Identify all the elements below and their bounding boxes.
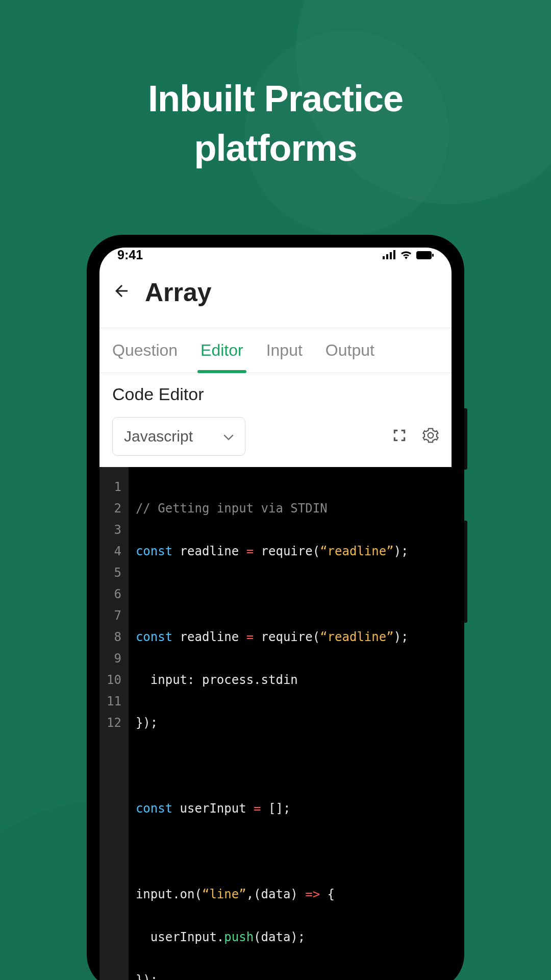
svg-rect-3 [393,250,395,259]
status-bar: 9:41 [99,248,452,262]
code-token: ); [394,630,409,644]
tab-question[interactable]: Question [112,328,178,373]
cellular-icon [383,248,396,262]
phone-frame: 9:41 Array Question Editor Inp [87,235,464,980]
page-title: Array [145,278,212,307]
wifi-icon [400,248,412,262]
code-token: require( [254,630,320,644]
app-header: Array [99,262,452,328]
language-label: Javascript [124,428,193,445]
line-number: 12 [105,712,123,733]
headline-line-1: Inbuilt Practice [148,78,403,119]
line-gutter: 1 2 3 4 5 6 7 8 9 10 11 12 [99,467,129,980]
code-token: const [136,630,172,644]
language-select[interactable]: Javascript [112,417,245,456]
code-token: => [305,887,320,901]
code-token: const [136,801,172,816]
editor-header: Code Editor Javascript [99,373,452,467]
code-token: = [254,801,261,816]
line-number: 8 [105,626,123,648]
code-token: (data); [254,930,305,944]
code-editor[interactable]: 1 2 3 4 5 6 7 8 9 10 11 12 // Getting in… [99,467,452,980]
code-token: []; [261,801,291,816]
battery-icon [416,248,434,262]
svg-rect-1 [386,254,388,259]
status-icons [383,248,434,262]
line-number: 4 [105,541,123,562]
code-token: userInput. [136,930,224,944]
code-token: readline [172,630,246,644]
line-number: 9 [105,648,123,669]
gear-icon[interactable] [422,427,439,446]
line-number: 3 [105,519,123,541]
tab-editor[interactable]: Editor [201,328,243,373]
svg-rect-2 [390,252,392,259]
svg-rect-4 [416,251,432,259]
code-content: // Getting input via STDIN const readlin… [129,467,416,980]
tab-input[interactable]: Input [266,328,303,373]
promo-headline: Inbuilt Practice platforms [0,74,551,173]
svg-rect-0 [383,256,385,259]
line-number: 11 [105,691,123,712]
line-number: 1 [105,476,123,498]
phone-screen: 9:41 Array Question Editor Inp [99,248,452,980]
line-number: 2 [105,498,123,519]
status-time: 9:41 [117,248,143,262]
chevron-down-icon [223,428,234,445]
code-token: = [246,630,254,644]
code-token: require( [254,544,320,558]
code-token: input: process.stdin [136,673,298,687]
code-token: “readline” [320,544,394,558]
line-number: 10 [105,669,123,691]
code-token: push [224,930,254,944]
code-token: { [320,887,335,901]
code-token: ,(data) [246,887,306,901]
line-number: 6 [105,583,123,605]
back-arrow-icon[interactable] [112,282,131,303]
svg-rect-5 [432,254,434,257]
code-token: readline [172,544,246,558]
code-token: }); [136,973,158,980]
code-token: }); [136,716,158,730]
code-token: userInput [172,801,254,816]
code-token: const [136,544,172,558]
line-number: 7 [105,605,123,626]
line-number: 5 [105,562,123,583]
phone-side-button [464,408,467,470]
headline-line-2: platforms [194,128,357,168]
phone-side-button [464,521,467,623]
code-token: ); [394,544,409,558]
code-token: “readline” [320,630,394,644]
tab-output[interactable]: Output [325,328,374,373]
code-token: “line” [202,887,246,901]
code-token: // Getting input via STDIN [136,501,328,516]
code-token: input.on( [136,887,202,901]
fullscreen-icon[interactable] [392,428,407,445]
tabs: Question Editor Input Output [99,328,452,373]
code-token: = [246,544,254,558]
editor-section-title: Code Editor [112,384,439,404]
